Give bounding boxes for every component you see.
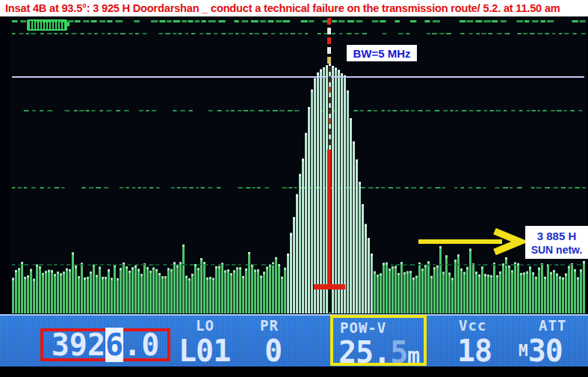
frequency-value: 3926.0 <box>52 328 160 362</box>
power-unit: m <box>407 343 420 368</box>
power-value: 25.5m <box>338 335 420 370</box>
neighbor-signal-annotation: 3 885 H SUN netw. <box>525 226 588 259</box>
frequency-input[interactable]: 3926.0 <box>40 328 170 361</box>
pointer-arrow-icon <box>415 228 527 255</box>
spectrum-display <box>0 16 588 314</box>
lo-value: L01 <box>179 334 230 368</box>
title-bar: Insat 4B at 93.5°: 3 925 H Doordarshan _… <box>0 0 588 16</box>
neighbor-frequency: 3 885 H <box>537 229 577 243</box>
power-readout-box: POW-V 25.5m <box>330 315 427 366</box>
bandwidth-annotation: BW=5 MHz <box>347 45 417 61</box>
satellite-meter-screen: Insat 4B at 93.5°: 3 925 H Doordarshan _… <box>0 0 588 377</box>
vcc-label: Vcc <box>459 317 486 334</box>
screen-bottom-bezel <box>0 367 588 377</box>
att-mode-prefix: M <box>519 342 528 360</box>
pr-value: 0 <box>264 334 282 368</box>
edit-cursor-digit: 6 <box>105 328 123 362</box>
pr-label: PR <box>260 317 279 334</box>
lo-label: LO <box>196 317 214 334</box>
power-label: POW-V <box>340 319 386 336</box>
bandwidth-label: BW=5 MHz <box>353 47 410 60</box>
neighbor-network: SUN netw. <box>531 243 583 257</box>
title-text: Insat 4B at 93.5°: 3 925 H Doordarshan _… <box>0 2 560 14</box>
battery-icon <box>27 19 67 31</box>
att-value: M30 <box>519 334 563 368</box>
vcc-value: 18 <box>457 334 492 368</box>
att-label: ATT <box>539 317 566 334</box>
